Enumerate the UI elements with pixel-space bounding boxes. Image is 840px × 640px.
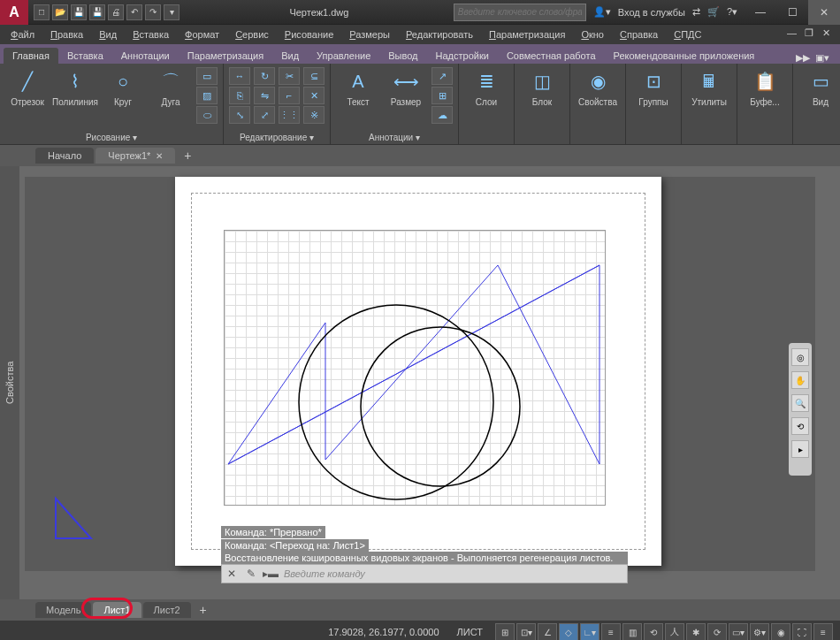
menu-insert[interactable]: Вставка xyxy=(126,27,176,42)
new-tab-button[interactable]: + xyxy=(177,147,198,164)
showmotion-icon[interactable]: ▸ xyxy=(791,440,809,458)
qat-more-icon[interactable]: ▾ xyxy=(164,4,179,20)
menu-spds[interactable]: СПДС xyxy=(667,27,708,42)
ribbon-tab-annotate[interactable]: Аннотации xyxy=(112,48,179,64)
panel-title[interactable]: Рисование ▾ xyxy=(5,131,218,144)
customize-status-icon[interactable]: ≡ xyxy=(813,623,833,640)
copy-icon[interactable]: ⎘ xyxy=(229,87,250,104)
view-button[interactable]: ▭Вид xyxy=(798,67,840,107)
menu-tools[interactable]: Сервис xyxy=(228,27,276,42)
new-layout-button[interactable]: + xyxy=(193,601,214,619)
zoom-icon[interactable]: 🔍 xyxy=(791,394,809,412)
fillet-icon[interactable]: ⌐ xyxy=(279,87,300,104)
menu-modify[interactable]: Редактировать xyxy=(399,27,480,42)
explode-icon[interactable]: ※ xyxy=(303,106,325,124)
saveas-icon[interactable]: 💾 xyxy=(89,4,105,20)
layout-tab-sheet2[interactable]: Лист2 xyxy=(143,602,191,618)
lineweight-toggle-icon[interactable]: ≡ xyxy=(601,623,621,640)
pan-icon[interactable]: ✋ xyxy=(791,371,809,389)
selection-cycle-icon[interactable]: ⟲ xyxy=(644,623,663,640)
layers-button[interactable]: ≣Слои xyxy=(464,67,508,107)
minimize-button[interactable]: — xyxy=(745,0,776,25)
erase-icon[interactable]: ✕ xyxy=(303,87,325,104)
rotate-icon[interactable]: ↻ xyxy=(254,67,275,85)
osnap-toggle-icon[interactable]: ◇ xyxy=(559,623,578,640)
ribbon-tab-output[interactable]: Вывод xyxy=(379,48,426,64)
menu-view[interactable]: Вид xyxy=(92,27,124,42)
doc-restore-button[interactable]: ❐ xyxy=(805,27,819,42)
redo-icon[interactable]: ↷ xyxy=(145,4,161,20)
groups-button[interactable]: ⊡Группы xyxy=(631,67,676,107)
utilities-button[interactable]: 🖩Утилиты xyxy=(687,67,731,107)
clipboard-button[interactable]: 📋Буфе... xyxy=(743,67,787,107)
command-line[interactable]: ✕ ✎ ▸▬ Введите команду xyxy=(221,564,628,583)
app-logo[interactable]: A xyxy=(0,0,28,25)
search-input[interactable] xyxy=(454,4,586,21)
menu-parametric[interactable]: Параметризация xyxy=(482,27,572,42)
scale-icon[interactable]: ⤢ xyxy=(254,106,275,124)
express-tools-icon[interactable]: ▶▶ xyxy=(796,52,810,64)
circle-button[interactable]: ○Круг xyxy=(101,67,145,107)
transparency-toggle-icon[interactable]: ▥ xyxy=(622,623,642,640)
array-icon[interactable]: ⋮⋮ xyxy=(279,106,300,124)
maximize-button[interactable]: ☐ xyxy=(776,0,808,25)
plot-icon[interactable]: 🖨 xyxy=(108,4,124,20)
polar-toggle-icon[interactable]: ∠ xyxy=(538,623,557,640)
menu-file[interactable]: Файл xyxy=(4,27,42,42)
menu-format[interactable]: Формат xyxy=(178,27,226,42)
signin-label[interactable]: Вход в службы xyxy=(618,7,685,18)
mirror-icon[interactable]: ⇋ xyxy=(254,87,275,104)
coordinates-display[interactable]: 17.9028, 26.1977, 0.0000 xyxy=(323,627,444,637)
panel-title[interactable]: Аннотации ▾ xyxy=(336,131,453,144)
doc-minimize-button[interactable]: — xyxy=(787,27,801,42)
customize-icon[interactable]: ✎ xyxy=(241,568,261,580)
menu-dimension[interactable]: Размеры xyxy=(342,27,397,42)
close-icon[interactable]: ✕ xyxy=(156,151,163,161)
user-icon[interactable]: 👤▾ xyxy=(593,6,611,18)
ribbon-tab-manage[interactable]: Управление xyxy=(308,48,379,64)
viewport[interactable] xyxy=(224,230,606,506)
ribbon-tab-parametric[interactable]: Параметризация xyxy=(179,48,272,64)
space-mode[interactable]: ЛИСТ xyxy=(452,627,488,637)
layout-tab-sheet1[interactable]: Лист1 xyxy=(93,602,141,618)
new-icon[interactable]: □ xyxy=(34,4,50,20)
workspace-icon[interactable]: ⚙▾ xyxy=(750,623,769,640)
arc-button[interactable]: ⌒Дуга xyxy=(149,67,193,107)
ribbon-tab-view[interactable]: Вид xyxy=(272,48,308,64)
ribbon-tab-addins[interactable]: Надстройки xyxy=(427,48,498,64)
exchange-icon[interactable]: ⇄ xyxy=(692,6,700,18)
save-icon[interactable]: 💾 xyxy=(71,4,87,20)
leader-icon[interactable]: ↗ xyxy=(431,67,453,85)
wheel-icon[interactable]: ◎ xyxy=(791,348,809,366)
ribbon-tab-collab[interactable]: Совместная работа xyxy=(498,48,605,64)
file-tab-current[interactable]: Чертеж1*✕ xyxy=(95,148,175,164)
table-icon[interactable]: ⊞ xyxy=(431,87,453,104)
trim-icon[interactable]: ✂ xyxy=(279,67,300,85)
doc-close-button[interactable]: ✕ xyxy=(822,27,836,42)
snap-toggle-icon[interactable]: ⊡▾ xyxy=(516,623,536,640)
offset-icon[interactable]: ⊆ xyxy=(303,67,325,85)
close-icon[interactable]: ✕ xyxy=(222,568,241,580)
annoscale-icon[interactable]: 人 xyxy=(665,623,684,640)
menu-draw[interactable]: Рисование xyxy=(278,27,340,42)
help-icon[interactable]: ?▾ xyxy=(727,6,737,18)
scale-icon[interactable]: ▭▾ xyxy=(729,623,748,640)
polyline-button[interactable]: ⌇Полилиния xyxy=(53,67,97,107)
ribbon-tab-featured[interactable]: Рекомендованные приложения xyxy=(605,48,764,64)
line-button[interactable]: ╱Отрезок xyxy=(5,67,50,107)
text-button[interactable]: AТекст xyxy=(336,67,380,107)
isolate-icon[interactable]: ◉ xyxy=(771,623,790,640)
rect-icon[interactable]: ▭ xyxy=(196,67,218,85)
block-button[interactable]: ◫Блок xyxy=(520,67,564,107)
ribbon-collapse-icon[interactable]: ▣▾ xyxy=(815,52,829,64)
undo-icon[interactable]: ↶ xyxy=(126,4,142,20)
annoauto-icon[interactable]: ⟳ xyxy=(707,623,727,640)
ribbon-tab-insert[interactable]: Вставка xyxy=(58,48,112,64)
close-button[interactable]: ✕ xyxy=(808,0,840,25)
properties-palette[interactable]: Свойства xyxy=(0,166,19,599)
grid-toggle-icon[interactable]: ⊞ xyxy=(495,623,515,640)
drawing-canvas[interactable] xyxy=(25,177,815,571)
fullscreen-icon[interactable]: ⛶ xyxy=(792,623,812,640)
ribbon-tab-home[interactable]: Главная xyxy=(4,48,58,64)
orbit-icon[interactable]: ⟲ xyxy=(791,417,809,435)
